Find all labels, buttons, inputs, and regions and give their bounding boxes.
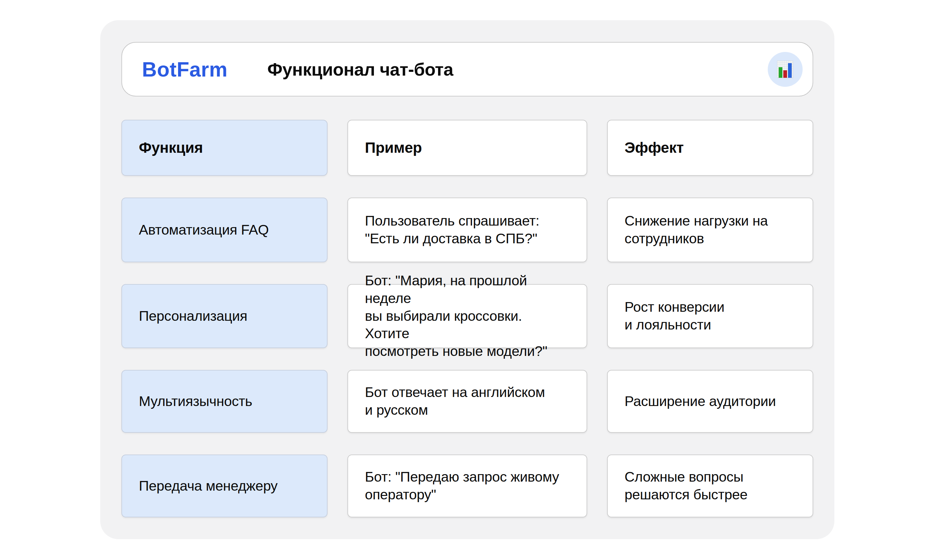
feature-table: Функция Пример Эффект Автоматизация FAQ … — [122, 120, 813, 517]
column-header-example: Пример — [347, 120, 587, 176]
green-bar-icon — [778, 67, 782, 78]
bar-chart-icon — [768, 52, 803, 87]
cell-function-row1: Автоматизация FAQ — [122, 198, 328, 262]
cell-effect-row4: Сложные вопросы решаются быстрее — [607, 455, 813, 517]
header-bar: BotFarm Функционал чат-бота — [122, 42, 813, 97]
main-panel: BotFarm Функционал чат-бота Функция Прим… — [100, 20, 834, 539]
botfarm-logo: BotFarm — [142, 58, 228, 81]
cell-effect-row1: Снижение нагрузки на сотрудников — [607, 198, 813, 262]
cell-example-row4: Бот: "Передаю запрос живому оператору" — [347, 455, 587, 517]
cell-function-row3: Мультиязычность — [122, 370, 328, 433]
cell-example-row1: Пользователь спрашивает: "Есть ли достав… — [347, 198, 587, 262]
cell-function-row4: Передача менеджеру — [122, 455, 328, 517]
cell-function-row2: Персонализация — [122, 284, 328, 348]
bar-chart-glyph — [777, 61, 793, 78]
cell-effect-row3: Расширение аудитории — [607, 370, 813, 433]
blue-bar-icon — [788, 63, 792, 78]
page-title: Функционал чат-бота — [267, 59, 453, 80]
cell-effect-row2: Рост конверсии и лояльности — [607, 284, 813, 348]
page: BotFarm Функционал чат-бота Функция Прим… — [0, 0, 934, 560]
column-header-effect: Эффект — [607, 120, 813, 176]
cell-example-row2: Бот: "Мария, на прошлой неделе вы выбира… — [347, 284, 587, 348]
red-bar-icon — [783, 70, 787, 78]
cell-example-row3: Бот отвечает на английском и русском — [347, 370, 587, 433]
column-header-function: Функция — [122, 120, 328, 176]
